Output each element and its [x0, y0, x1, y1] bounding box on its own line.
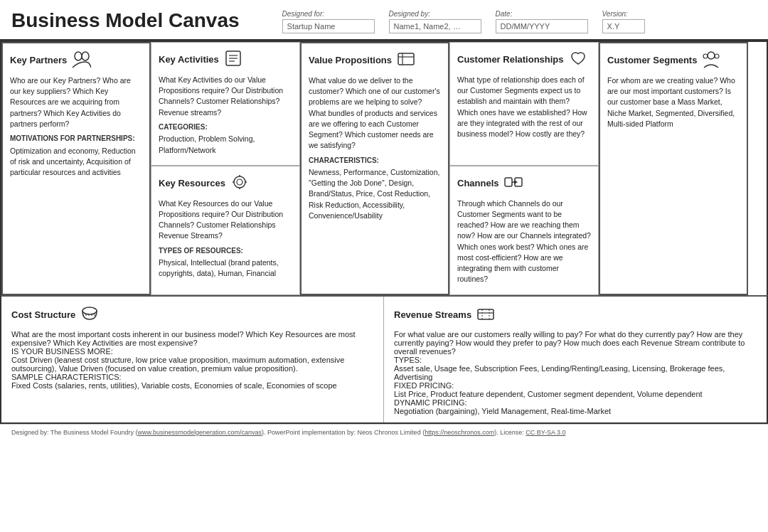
key-activities-title: Key Activities: [159, 54, 219, 65]
key-activities-cell: Key Activities What Key Activities do ou…: [151, 42, 300, 166]
revenue-streams-body1: For what value are our customers really …: [394, 330, 757, 356]
header: Business Model Canvas Designed for: Desi…: [0, 0, 768, 41]
revenue-streams-cell: Revenue Streams For what value are our c…: [384, 297, 767, 422]
key-partners-header: Key Partners: [10, 49, 142, 71]
value-propositions-title: Value Propositions: [309, 55, 392, 65]
canvas-grid: Key Partners Who are our Key Partners? W…: [0, 41, 768, 295]
key-partners-cell: Key Partners Who are our Key Partners? W…: [1, 42, 151, 295]
value-propositions-body2: Newness, Performance, Customization, "Ge…: [309, 167, 441, 221]
channels-icon: [503, 172, 523, 194]
svg-point-1: [82, 52, 89, 60]
channels-cell: Channels Through which Channels do our C…: [449, 166, 599, 295]
cost-structure-title: Cost Structure: [11, 309, 75, 320]
key-partners-body2: Optimization and economy, Reduction of r…: [10, 146, 142, 179]
footer-end: ). License:: [494, 429, 524, 436]
date-input[interactable]: [496, 19, 588, 33]
revenue-streams-header: Revenue Streams: [394, 304, 757, 326]
version-field: Version:: [602, 10, 645, 33]
svg-marker-21: [514, 180, 518, 184]
key-partners-icon: [71, 49, 91, 71]
customer-segments-cell: Customer Segments For whom are we creati…: [599, 42, 748, 295]
revenue-streams-icon: [476, 304, 496, 326]
version-label: Version:: [602, 10, 645, 18]
designed-by-field: Designed by:: [389, 10, 481, 33]
value-propositions-subtitle1: CHARACTERISTICS:: [309, 156, 441, 166]
footer-link2[interactable]: https://neoschronos.com: [425, 429, 494, 436]
cost-structure-body2: Cost Driven (leanest cost structure, low…: [11, 356, 373, 373]
key-resources-subtitle1: TYPES OF RESOURCES:: [159, 246, 292, 257]
designed-by-label: Designed by:: [389, 10, 481, 18]
customer-segments-body1: For whom are we creating value? Who are …: [607, 75, 740, 129]
designed-for-input[interactable]: [282, 19, 375, 33]
value-propositions-body1: What value do we deliver to the customer…: [309, 75, 441, 151]
designed-for-field: Designed for:: [282, 10, 375, 33]
cost-structure-body3: Fixed Costs (salaries, rents, utilities)…: [11, 381, 373, 390]
footer-text: Designed by: The Business Model Foundry …: [11, 429, 137, 436]
key-activities-header: Key Activities: [159, 48, 292, 70]
svg-point-9: [708, 52, 715, 59]
svg-point-11: [715, 54, 719, 58]
revenue-streams-body2: Asset sale, Usage fee, Subscription Fees…: [394, 364, 757, 381]
revenue-streams-body3: List Price, Product feature dependent, C…: [394, 390, 757, 398]
value-propositions-header: Value Propositions: [309, 49, 441, 71]
channels-body1: Through which Channels do our Customer S…: [457, 198, 591, 285]
key-resources-cell: Key Resources What Key Resources do our …: [151, 166, 300, 295]
cost-structure-cell: Cost Structure What are the most importa…: [1, 297, 384, 422]
customer-segments-icon: [701, 49, 721, 71]
version-input[interactable]: [602, 19, 645, 33]
customer-relationships-icon: [568, 48, 588, 70]
revenue-streams-subtitle1: TYPES:: [394, 356, 757, 364]
key-resources-icon: [230, 172, 250, 194]
key-activities-body1: What Key Activities do our Value Proposi…: [159, 75, 292, 118]
revenue-streams-body4: Negotiation (bargaining), Yield Manageme…: [394, 407, 757, 415]
svg-rect-18: [505, 178, 512, 186]
footer-middle: ). PowerPoint implementation by: Neos Ch…: [262, 429, 425, 436]
svg-point-0: [75, 52, 82, 60]
key-activities-subtitle1: CATEGORIES:: [159, 122, 292, 133]
key-activities-body2: Production, Problem Solving, Platform/Ne…: [159, 134, 292, 155]
key-resources-body2: Physical, Intellectual (brand patents, c…: [159, 257, 292, 279]
revenue-streams-title: Revenue Streams: [394, 309, 471, 320]
svg-point-13: [237, 179, 242, 185]
key-resources-body1: What Key Resources do our Value Proposit…: [159, 198, 292, 242]
cost-structure-subtitle1: IS YOUR BUSINESS MORE:: [11, 347, 373, 356]
customer-segments-title: Customer Segments: [607, 55, 697, 65]
footer-license[interactable]: CC BY-SA 3.0: [526, 429, 565, 436]
customer-relationships-cell: Customer Relationships What type of rela…: [449, 42, 599, 166]
svg-rect-24: [478, 309, 494, 319]
key-partners-title: Key Partners: [10, 55, 67, 65]
customer-segments-header: Customer Segments: [607, 49, 740, 71]
svg-point-12: [234, 176, 245, 188]
cost-structure-body1: What are the most important costs inhere…: [11, 330, 373, 347]
channels-title: Channels: [457, 178, 499, 188]
customer-relationships-body1: What type of relationship does each of o…: [457, 75, 591, 139]
header-fields: Designed for: Designed by: Date: Version…: [282, 9, 757, 33]
svg-point-10: [703, 54, 708, 58]
date-field: Date:: [496, 10, 588, 33]
value-propositions-cell: Value Propositions What value do we deli…: [300, 42, 449, 295]
key-resources-title: Key Resources: [159, 178, 225, 188]
customer-relationships-title: Customer Relationships: [457, 54, 564, 65]
canvas-bottom: Cost Structure What are the most importa…: [0, 295, 768, 424]
svg-point-22: [82, 307, 97, 314]
designed-by-input[interactable]: [389, 19, 481, 33]
revenue-streams-subtitle2: FIXED PRICING:: [394, 381, 757, 390]
date-label: Date:: [496, 10, 588, 18]
footer: Designed by: The Business Model Foundry …: [0, 424, 768, 440]
key-partners-subtitle1: MOTIVATIONS FOR PARTNERSHIPS:: [10, 134, 142, 144]
revenue-streams-subtitle3: DYNAMIC PRICING:: [394, 398, 757, 407]
customer-relationships-header: Customer Relationships: [457, 48, 591, 70]
designed-for-label: Designed for:: [282, 10, 375, 18]
cost-structure-subtitle2: SAMPLE CHARACTERISTICS:: [11, 373, 373, 381]
svg-rect-6: [398, 53, 414, 65]
key-partners-body1: Who are our Key Partners? Who are our ke…: [10, 75, 142, 129]
channels-header: Channels: [457, 172, 591, 194]
key-resources-header: Key Resources: [159, 172, 292, 194]
cost-structure-header: Cost Structure: [11, 304, 373, 326]
footer-link1[interactable]: www.businessmodelgeneration.com/canvas: [137, 429, 262, 436]
key-activities-icon: [223, 48, 243, 70]
page-title: Business Model Canvas: [11, 9, 240, 33]
cost-structure-icon: [80, 304, 100, 326]
value-propositions-icon: [396, 49, 416, 71]
